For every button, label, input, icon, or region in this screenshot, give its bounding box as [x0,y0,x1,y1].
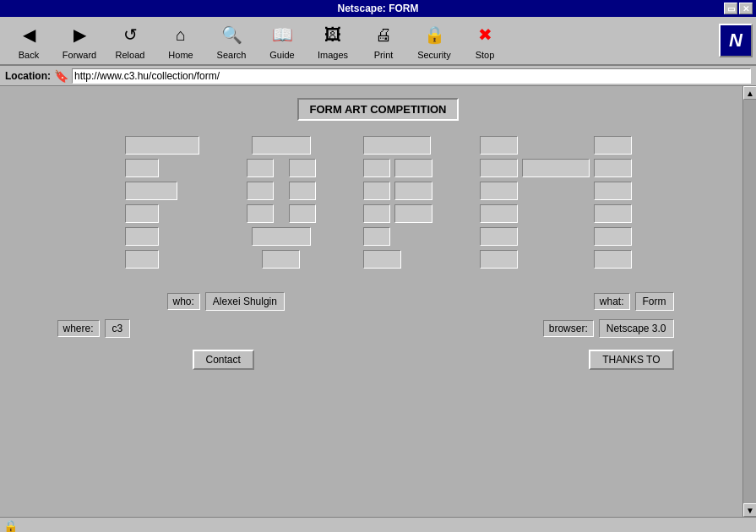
netscape-logo: N [719,24,753,57]
scrollbar: ▲ ▼ [742,86,756,517]
input-m1a[interactable] [480,136,518,155]
input-o3a[interactable] [247,182,274,200]
input-o2b[interactable] [289,159,316,177]
input-r5[interactable] [363,227,390,246]
what-value: Form [635,292,674,311]
thanks-button[interactable]: THANKS TO [589,350,673,370]
browser-label: browser: [543,320,594,337]
location-icon: 🔖 [54,69,68,83]
forward-button[interactable]: ▶ Forward [54,19,105,62]
title-bar: Netscape: FORM ▭ ✕ [0,0,756,17]
input-m4b[interactable] [594,204,632,223]
search-icon: 🔍 [218,21,245,48]
letter-m [480,136,632,269]
where-value: c3 [105,319,131,338]
back-icon: ◀ [15,21,42,48]
browser-group: browser: Netscape 3.0 [543,319,699,338]
images-icon: 🖼 [319,21,346,48]
input-f3a[interactable] [125,182,177,200]
location-bar: Location: 🔖 [0,66,756,86]
status-icon: 🔒 [3,519,18,533]
input-r2a[interactable] [363,159,390,177]
print-button[interactable]: 🖨 Print [358,19,409,62]
input-r4b[interactable] [394,204,432,223]
input-m4a[interactable] [480,204,518,223]
contact-button[interactable]: Contact [193,350,254,370]
home-icon: ⌂ [167,21,194,48]
input-m2a[interactable] [480,159,518,177]
input-o3b[interactable] [289,182,316,200]
close-btn[interactable]: ✕ [739,3,753,14]
scroll-track [743,100,756,503]
input-m5a[interactable] [480,227,518,246]
status-bar: 🔒 [0,517,756,532]
who-value: Alexei Shulgin [205,292,285,311]
where-browser-row: where: c3 browser: Netscape 3.0 [57,319,699,338]
who-group: who: Alexei Shulgin [57,292,285,311]
input-f6a[interactable] [125,250,159,269]
stop-button[interactable]: ✖ Stop [460,19,510,62]
search-button[interactable]: 🔍 Search [206,19,257,62]
input-m2b[interactable] [522,159,590,177]
page-title[interactable]: FORM ART COMPETITION [297,98,458,121]
input-m3b[interactable] [594,182,632,200]
scroll-down-btn[interactable]: ▼ [743,503,756,517]
back-button[interactable]: ◀ Back [3,19,54,62]
what-label: what: [594,293,630,310]
window-title: Netscape: FORM [337,3,418,14]
input-r6[interactable] [363,250,401,269]
letter-f [125,136,199,269]
input-m6a[interactable] [480,250,518,269]
toolbar: ◀ Back ▶ Forward ↺ Reload ⌂ Home 🔍 Searc… [0,17,756,66]
bottom-buttons: Contact THANKS TO [57,350,699,370]
home-button[interactable]: ⌂ Home [155,19,206,62]
where-group: where: c3 [57,319,131,338]
input-m2c[interactable] [594,159,632,177]
input-f2a[interactable] [125,159,159,177]
location-input[interactable] [72,68,751,84]
window-controls: ▭ ✕ [724,3,753,14]
input-m6b[interactable] [594,250,632,269]
input-o5[interactable] [252,227,311,246]
input-m1b[interactable] [594,136,632,155]
input-f1[interactable] [125,136,199,155]
who-what-row: who: Alexei Shulgin what: Form [57,292,699,311]
reload-icon: ↺ [117,21,144,48]
input-o1[interactable] [252,136,311,155]
letter-o [247,136,316,269]
input-m5b[interactable] [594,227,632,246]
input-o4a[interactable] [247,204,274,223]
print-icon: 🖨 [370,21,397,48]
letter-r [363,136,432,269]
images-button[interactable]: 🖼 Images [307,19,358,62]
guide-icon: 📖 [269,21,296,48]
where-label: where: [57,320,100,337]
input-r2b[interactable] [394,159,432,177]
browser-value: Netscape 3.0 [599,319,674,338]
input-f4a[interactable] [125,204,159,223]
input-m3a[interactable] [480,182,518,200]
input-o4b[interactable] [289,204,316,223]
who-label: who: [167,293,200,310]
stop-icon: ✖ [471,21,498,48]
form-letters [125,136,632,269]
input-r3a[interactable] [363,182,390,200]
forward-icon: ▶ [66,21,93,48]
what-group: what: Form [594,292,699,311]
reload-button[interactable]: ↺ Reload [105,19,155,62]
info-section: who: Alexei Shulgin what: Form where: c3… [57,292,699,370]
minimize-btn[interactable]: ▭ [724,3,737,14]
security-icon: 🔒 [421,21,448,48]
input-f5a[interactable] [125,227,159,246]
security-button[interactable]: 🔒 Security [409,19,460,62]
input-r1[interactable] [363,136,431,155]
scroll-up-btn[interactable]: ▲ [743,86,756,100]
input-o6[interactable] [262,250,300,269]
content-area: FORM ART COMPETITION [0,86,756,517]
location-label: Location: [5,70,51,82]
guide-button[interactable]: 📖 Guide [257,19,307,62]
input-r3b[interactable] [394,182,432,200]
input-r4a[interactable] [363,204,390,223]
input-o2a[interactable] [247,159,274,177]
